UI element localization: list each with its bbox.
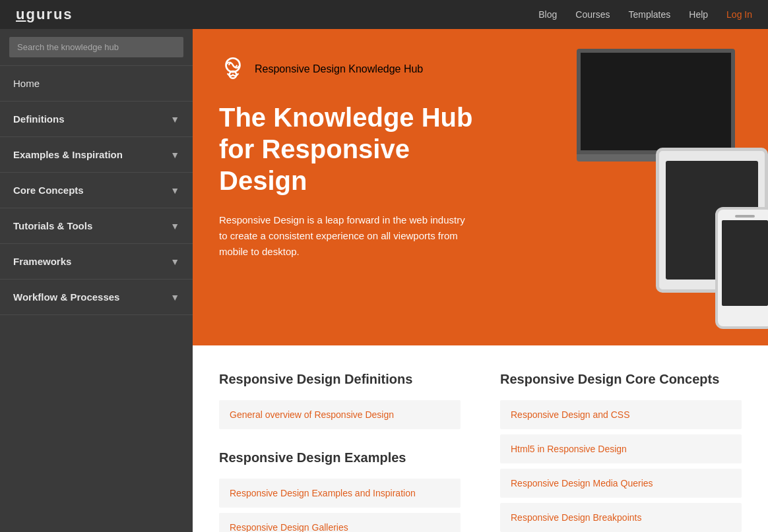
search-container [0, 29, 193, 66]
sidebar-item-definitions[interactable]: Definitions ▼ [0, 102, 193, 137]
chevron-down-icon: ▼ [170, 256, 179, 267]
sidebar-item-label: Frameworks [13, 256, 71, 267]
css-link[interactable]: Responsive Design and CSS [500, 400, 742, 429]
help-link[interactable]: Help [689, 9, 708, 20]
examples-inspiration-link[interactable]: Responsive Design Examples and Inspirati… [219, 479, 461, 508]
sidebar-item-frameworks[interactable]: Frameworks ▼ [0, 244, 193, 280]
chevron-down-icon: ▼ [170, 150, 179, 160]
left-column: Responsive Design Definitions General ov… [219, 372, 461, 532]
chevron-down-icon: ▼ [170, 185, 179, 196]
html5-link[interactable]: Html5 in Responsive Design [500, 434, 742, 463]
main-content: Responsive Design Knowledge Hub The Know… [193, 29, 768, 532]
phone-speaker [735, 215, 755, 218]
definitions-section-title: Responsive Design Definitions [219, 372, 461, 387]
sidebar-item-label: Workflow & Processes [13, 291, 119, 303]
content-sections: Responsive Design Definitions General ov… [193, 345, 768, 532]
general-overview-link[interactable]: General overview of Responsive Design [219, 400, 461, 429]
laptop-screen [577, 49, 735, 154]
breakpoints-link[interactable]: Responsive Design Breakpoints [500, 503, 742, 532]
sidebar-item-workflow[interactable]: Workflow & Processes ▼ [0, 280, 193, 315]
responsive-design-icon [219, 55, 247, 83]
sidebar: Home Definitions ▼ Examples & Inspiratio… [0, 29, 193, 532]
core-concepts-section-title: Responsive Design Core Concepts [500, 372, 742, 387]
sidebar-item-label: Tutorials & Tools [13, 220, 92, 231]
phone-screen [722, 220, 768, 306]
phone-device [715, 207, 768, 329]
sidebar-item-tutorials[interactable]: Tutorials & Tools ▼ [0, 208, 193, 244]
chevron-down-icon: ▼ [170, 221, 179, 231]
hero-description: Responsive Design is a leap forward in t… [219, 212, 470, 260]
sidebar-item-label: Core Concepts [13, 185, 84, 196]
templates-link[interactable]: Templates [628, 9, 670, 20]
examples-section-title: Responsive Design Examples [219, 450, 461, 465]
top-nav: ugurus Blog Courses Templates Help Log I… [0, 0, 768, 29]
login-link[interactable]: Log In [726, 9, 752, 20]
sidebar-item-examples[interactable]: Examples & Inspiration ▼ [0, 137, 193, 173]
media-queries-link[interactable]: Responsive Design Media Queries [500, 469, 742, 498]
hero-brand-text: Responsive Design Knowledge Hub [255, 63, 423, 75]
chevron-down-icon: ▼ [170, 114, 179, 125]
nav-links: Blog Courses Templates Help Log In [538, 9, 752, 20]
hero-devices [550, 42, 768, 332]
courses-link[interactable]: Courses [575, 9, 610, 20]
right-column: Responsive Design Core Concepts Responsi… [500, 372, 742, 532]
hero-title: The Knowledge Hub for Responsive Design [219, 102, 496, 196]
chevron-down-icon: ▼ [170, 292, 179, 303]
sidebar-item-home[interactable]: Home [0, 66, 193, 102]
main-layout: Home Definitions ▼ Examples & Inspiratio… [0, 29, 768, 532]
sidebar-item-label: Home [13, 78, 40, 89]
sidebar-item-label: Examples & Inspiration [13, 149, 123, 160]
blog-link[interactable]: Blog [538, 9, 557, 20]
hero-section: Responsive Design Knowledge Hub The Know… [193, 29, 768, 345]
search-input[interactable] [9, 37, 183, 57]
sidebar-item-core-concepts[interactable]: Core Concepts ▼ [0, 173, 193, 208]
galleries-link[interactable]: Responsive Design Galleries [219, 513, 461, 532]
logo[interactable]: ugurus [16, 6, 73, 23]
phone-body [715, 207, 768, 329]
sidebar-item-label: Definitions [13, 113, 65, 125]
